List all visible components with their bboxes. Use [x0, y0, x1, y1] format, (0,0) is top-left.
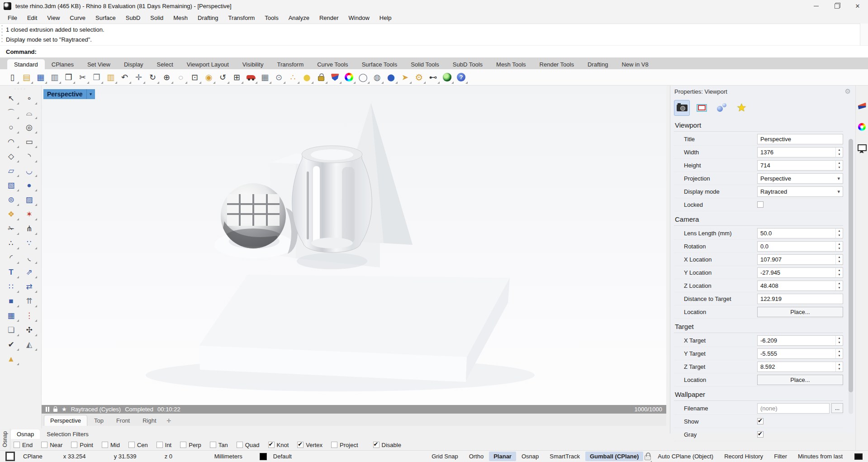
x-location-input[interactable] [757, 254, 843, 265]
osnap-toggle-disable[interactable]: Disable [373, 442, 401, 448]
render-pause-icon[interactable] [46, 407, 49, 412]
viewport-tab-right[interactable]: Right [137, 415, 162, 426]
z-target-stepper[interactable] [835, 362, 843, 372]
properties-scrollbar[interactable] [849, 139, 853, 414]
rotate-view-icon[interactable]: ↻ [146, 71, 160, 84]
fillet-corner-icon[interactable]: ◜ [3, 251, 20, 265]
panel-gear-icon[interactable] [845, 87, 851, 95]
osnap-tab[interactable]: Osnap [11, 429, 40, 439]
undo-icon[interactable]: ↶ [118, 71, 132, 84]
zoom-back-icon[interactable]: ↺ [216, 71, 230, 84]
copy-clipboard-icon[interactable]: ❐ [62, 71, 76, 84]
scale-tool-icon[interactable]: ⇗ [21, 265, 38, 279]
menu-drafting[interactable]: Drafting [193, 12, 223, 24]
display-mode-select[interactable]: Raytraced [757, 186, 843, 197]
toolbar-tab-curve-tools[interactable]: Curve Tools [310, 59, 355, 69]
viewport-canvas[interactable]: Perspective [42, 86, 666, 405]
lock-icon[interactable] [314, 71, 328, 84]
sphere-tool-icon[interactable]: ● [21, 178, 38, 192]
rectangular-array-icon[interactable]: ▦ [3, 309, 20, 323]
point-cloud-icon[interactable]: ∴ [286, 71, 300, 84]
camera-place-button[interactable]: Place... [757, 307, 843, 317]
copy-icon[interactable]: ❐ [90, 71, 104, 84]
trim-icon[interactable]: ✁ [3, 222, 20, 236]
menu-file[interactable]: File [3, 12, 22, 24]
toolbar-tab-render-tools[interactable]: Render Tools [533, 59, 581, 69]
sidebar-grip[interactable] [0, 86, 41, 91]
viewport-tab-perspective[interactable]: Perspective [44, 415, 87, 426]
menu-render[interactable]: Render [314, 12, 344, 24]
zoom-dynamic-icon[interactable]: ◌ [174, 71, 188, 84]
checkbox[interactable] [128, 442, 135, 448]
status-ortho[interactable]: Ortho [464, 453, 489, 460]
osnap-toggle-end[interactable]: End [14, 442, 33, 448]
checkbox[interactable] [102, 442, 108, 448]
network-surface-icon[interactable]: ▨ [21, 193, 38, 207]
zoom-selected-icon[interactable]: ◉ [202, 71, 216, 84]
ellipse-tool-icon[interactable]: ◎ [21, 120, 38, 134]
browse-wallpaper-button[interactable]: ... [831, 403, 843, 413]
osnap-toggle-vertex[interactable]: Vertex [297, 442, 323, 448]
arc-tool-icon[interactable]: ◠ [3, 135, 20, 149]
checkbox[interactable] [180, 442, 186, 448]
wallpaper-filename-input[interactable] [757, 403, 830, 414]
menu-mesh[interactable]: Mesh [168, 12, 193, 24]
height-stepper[interactable] [835, 161, 843, 170]
status-units[interactable]: Millimeters [209, 453, 248, 460]
linear-array-icon[interactable]: ⋮ [21, 309, 38, 323]
display-mode-car-icon[interactable] [244, 71, 258, 84]
render-paint-pyramid-icon[interactable]: ▲ [3, 352, 20, 366]
status-layer[interactable]: Default [268, 453, 297, 460]
render-star-icon[interactable] [62, 406, 67, 413]
render-shield-icon[interactable] [328, 71, 342, 84]
pan-icon[interactable]: ✛ [132, 71, 146, 84]
distance-to-target-input[interactable] [757, 294, 843, 304]
toolbar-tab-new-in-v8[interactable]: New in V8 [615, 59, 655, 69]
y-location-stepper[interactable] [835, 268, 843, 277]
checkbox[interactable] [268, 442, 275, 448]
add-viewport-icon[interactable] [163, 415, 175, 426]
open-file-icon[interactable]: ▤ [19, 71, 33, 84]
circle-center-icon[interactable]: ⊙ [272, 71, 286, 84]
close-button[interactable] [847, 0, 868, 12]
scatter-array-icon[interactable]: ∷ [3, 280, 20, 294]
x-target-stepper[interactable] [835, 336, 843, 345]
osnap-toggle-quad[interactable]: Quad [237, 442, 260, 448]
checkbox[interactable] [297, 442, 304, 448]
check-selection-icon[interactable]: ✔ [3, 338, 20, 352]
checkbox[interactable] [71, 442, 77, 448]
menu-solid[interactable]: Solid [145, 12, 168, 24]
menu-subd[interactable]: SubD [121, 12, 146, 24]
loft-surface-icon[interactable]: ◡ [21, 164, 38, 178]
offset-curve-icon[interactable]: ❏ [3, 323, 20, 337]
osnap-toggle-tan[interactable]: Tan [210, 442, 228, 448]
select-arrow-icon[interactable]: ↖ [3, 91, 20, 105]
favorites-properties-tab[interactable] [734, 100, 749, 116]
command-panel-grip[interactable] [1, 25, 3, 44]
properties-wedge-tab-icon[interactable] [857, 101, 867, 111]
osnap-toggle-knot[interactable]: Knot [268, 442, 289, 448]
menu-view[interactable]: View [42, 12, 65, 24]
toolbar-tab-select[interactable]: Select [150, 59, 180, 69]
print-icon[interactable]: ▥ [47, 71, 62, 84]
visibility-dots-icon[interactable]: ∵ [21, 236, 38, 250]
material-properties-tab[interactable] [714, 100, 730, 116]
explode-icon[interactable]: ✶ [21, 207, 38, 221]
primitive-solids-icon[interactable]: ◭ [21, 338, 38, 352]
status-planar[interactable]: Planar [489, 452, 516, 461]
target-place-button[interactable]: Place... [757, 375, 843, 385]
toolbar-tab-transform[interactable]: Transform [270, 59, 310, 69]
gray-wallpaper-checkbox[interactable] [757, 431, 764, 438]
toolbar-tab-set-view[interactable]: Set View [81, 59, 117, 69]
picture-cone-icon[interactable]: ➤ [398, 71, 412, 84]
menu-help[interactable]: Help [375, 12, 397, 24]
solid-union-icon[interactable]: ■ [3, 294, 20, 308]
width-stepper[interactable] [835, 148, 843, 157]
restore-button[interactable] [826, 0, 847, 12]
checkbox[interactable] [331, 442, 337, 448]
checkbox[interactable] [14, 442, 20, 448]
checkbox[interactable] [41, 442, 47, 448]
rectangle-tool-icon[interactable]: ▭ [21, 135, 38, 149]
wireframe-sphere-icon[interactable]: ◍ [370, 71, 384, 84]
status-cplane[interactable]: CPlane [18, 453, 48, 460]
